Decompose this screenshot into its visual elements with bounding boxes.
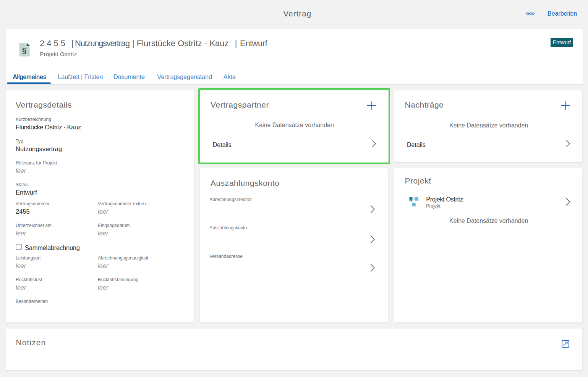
svg-text:§: § [22,46,27,55]
